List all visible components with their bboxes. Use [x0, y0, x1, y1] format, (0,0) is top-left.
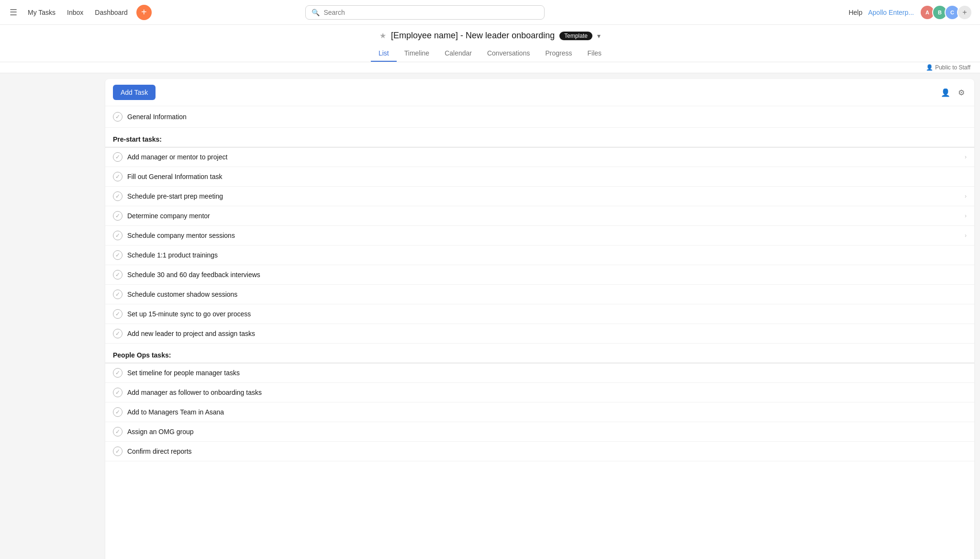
top-nav: ☰ My Tasks Inbox Dashboard + 🔍 Help Apol… — [0, 0, 980, 25]
task-row[interactable]: ✓ Confirm direct reports — [105, 442, 974, 461]
task-label: Add manager or mentor to project — [127, 153, 960, 161]
check-icon: ✓ — [113, 152, 122, 162]
task-row[interactable]: ✓ Determine company mentor › — [105, 206, 974, 226]
check-icon: ✓ — [113, 172, 122, 181]
chevron-right-icon: › — [965, 193, 967, 200]
tab-timeline[interactable]: Timeline — [397, 45, 437, 62]
project-header: ★ [Employee name] - New leader onboardin… — [0, 25, 980, 62]
task-row[interactable]: ✓ Fill out General Information task — [105, 167, 974, 187]
task-row[interactable]: ✓ Add manager as follower to onboarding … — [105, 383, 974, 402]
avatar-group: A B C + — [920, 5, 972, 20]
company-name[interactable]: Apollo Enterp... — [868, 9, 914, 16]
visibility-bar: 👤 Public to Staff — [0, 62, 980, 73]
check-icon: ✓ — [113, 250, 122, 260]
task-label: Set up 15-minute sync to go over process — [127, 310, 967, 318]
check-icon: ✓ — [113, 290, 122, 299]
my-tasks-link[interactable]: My Tasks — [23, 6, 60, 19]
left-panel — [0, 73, 105, 559]
person-icon: 👤 — [926, 64, 933, 71]
task-label: Fill out General Information task — [127, 173, 967, 180]
check-icon: ✓ — [113, 211, 122, 221]
task-label: Schedule company mentor sessions — [127, 232, 960, 239]
task-label: Schedule customer shadow sessions — [127, 291, 967, 298]
chevron-right-icon: › — [965, 212, 967, 219]
project-title: [Employee name] - New leader onboarding — [391, 31, 555, 41]
check-icon: ✓ — [113, 388, 122, 397]
check-icon: ✓ — [113, 407, 122, 417]
tab-progress[interactable]: Progress — [537, 45, 579, 62]
task-label: Confirm direct reports — [127, 447, 967, 455]
check-icon: ✓ — [113, 368, 122, 378]
tab-calendar[interactable]: Calendar — [437, 45, 479, 62]
task-label: Add to Managers Team in Asana — [127, 408, 967, 416]
section-people-ops-title: People Ops tasks: — [113, 351, 171, 359]
filter-icon-button[interactable]: ⚙ — [956, 86, 967, 99]
check-icon: ✓ — [113, 309, 122, 319]
task-label: Determine company mentor — [127, 212, 960, 220]
task-row[interactable]: ✓ Assign an OMG group — [105, 422, 974, 442]
tab-conversations[interactable]: Conversations — [479, 45, 538, 62]
task-row[interactable]: ✓ Schedule pre-start prep meeting › — [105, 187, 974, 206]
check-icon: ✓ — [113, 231, 122, 240]
add-button[interactable]: + — [136, 5, 152, 20]
check-icon: ✓ — [113, 427, 122, 436]
template-badge: Template — [559, 32, 592, 40]
nav-links: My Tasks Inbox Dashboard — [23, 6, 133, 19]
task-row[interactable]: ✓ Set timeline for people manager tasks — [105, 363, 974, 383]
task-row[interactable]: ✓ Set up 15-minute sync to go over proce… — [105, 304, 974, 324]
project-tabs: List Timeline Calendar Conversations Pro… — [371, 45, 609, 62]
task-row[interactable]: ✓ Add new leader to project and assign t… — [105, 324, 974, 344]
search-input[interactable] — [323, 9, 538, 16]
inbox-link[interactable]: Inbox — [62, 6, 88, 19]
nav-right: Help Apollo Enterp... A B C + — [848, 5, 972, 20]
project-title-row: ★ [Employee name] - New leader onboardin… — [379, 31, 601, 41]
search-icon: 🔍 — [312, 9, 320, 16]
visibility-label: Public to Staff — [935, 64, 970, 71]
chevron-right-icon: › — [965, 232, 967, 239]
check-icon: ✓ — [113, 270, 122, 280]
section-pre-start-title: Pre-start tasks: — [113, 135, 162, 143]
assign-icon-button[interactable]: 👤 — [939, 86, 952, 99]
general-info-row[interactable]: ✓ General Information — [105, 106, 974, 128]
toolbar: Add Task 👤 ⚙ — [105, 79, 974, 106]
dashboard-link[interactable]: Dashboard — [90, 6, 133, 19]
search-bar: 🔍 — [305, 5, 545, 20]
task-label: Schedule pre-start prep meeting — [127, 192, 960, 200]
task-label: Add new leader to project and assign tas… — [127, 330, 967, 337]
star-icon[interactable]: ★ — [379, 31, 386, 40]
check-icon-general: ✓ — [113, 112, 122, 122]
task-row[interactable]: ✓ Add manager or mentor to project › — [105, 147, 974, 167]
tab-list[interactable]: List — [371, 45, 397, 62]
task-label: Set timeline for people manager tasks — [127, 369, 967, 377]
hamburger-icon[interactable]: ☰ — [8, 5, 19, 20]
dropdown-caret-icon[interactable]: ▾ — [597, 32, 601, 40]
task-list: ✓ General Information Pre-start tasks: ✓… — [105, 106, 974, 471]
main-content: Add Task 👤 ⚙ ✓ General Information Pre-s… — [0, 73, 980, 559]
task-row[interactable]: ✓ Schedule 30 and 60 day feedback interv… — [105, 265, 974, 285]
task-label: Assign an OMG group — [127, 428, 967, 436]
check-icon: ✓ — [113, 329, 122, 338]
general-info-label: General Information — [127, 113, 967, 121]
task-row[interactable]: ✓ Schedule customer shadow sessions — [105, 285, 974, 304]
check-icon: ✓ — [113, 447, 122, 456]
task-row[interactable]: ✓ Add to Managers Team in Asana — [105, 402, 974, 422]
task-label: Schedule 1:1 product trainings — [127, 251, 967, 259]
avatar-add[interactable]: + — [957, 5, 972, 20]
add-task-button[interactable]: Add Task — [113, 85, 156, 100]
help-button[interactable]: Help — [848, 9, 862, 16]
content-area: Add Task 👤 ⚙ ✓ General Information Pre-s… — [105, 79, 974, 559]
task-row[interactable]: ✓ Schedule company mentor sessions › — [105, 226, 974, 246]
section-people-ops: People Ops tasks: — [105, 344, 974, 363]
tab-files[interactable]: Files — [579, 45, 609, 62]
chevron-right-icon: › — [965, 154, 967, 160]
task-label: Add manager as follower to onboarding ta… — [127, 389, 967, 396]
task-label: Schedule 30 and 60 day feedback intervie… — [127, 271, 967, 279]
task-row[interactable]: ✓ Schedule 1:1 product trainings — [105, 246, 974, 265]
section-pre-start: Pre-start tasks: — [105, 128, 974, 147]
check-icon: ✓ — [113, 191, 122, 201]
toolbar-right: 👤 ⚙ — [939, 86, 967, 99]
